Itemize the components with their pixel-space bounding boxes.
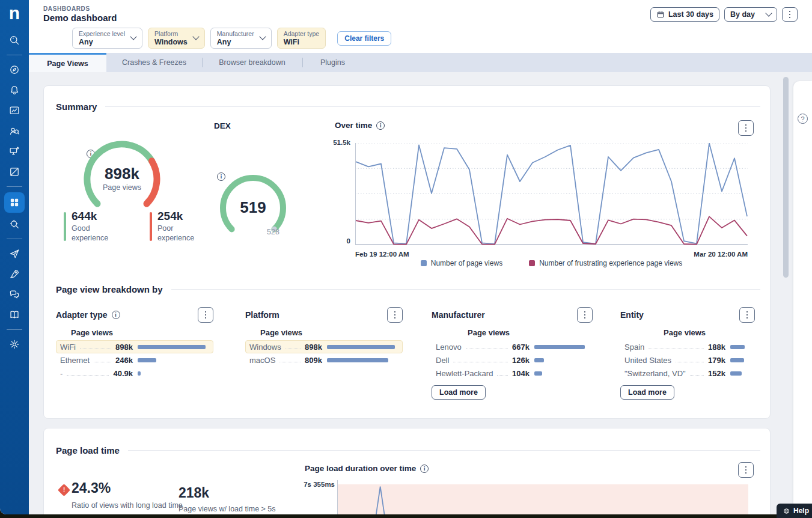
row-label: Lenovo	[436, 343, 462, 352]
value-bar	[138, 345, 206, 349]
kebab-icon	[205, 311, 207, 319]
sidebar-item-remote-actions[interactable]	[4, 245, 25, 263]
breakdown-row[interactable]: -40.9k	[56, 367, 213, 380]
dex-max-label: 528	[267, 228, 279, 236]
load-duration-kebab-button[interactable]	[738, 462, 754, 478]
nexthink-logo[interactable]: n	[0, 0, 29, 30]
overtime-info-icon[interactable]: i	[376, 121, 385, 130]
breakdown-kebab-button[interactable]	[387, 307, 403, 323]
row-label: United States	[624, 356, 671, 365]
chip-label: Platform	[154, 30, 188, 37]
dotted-leader	[285, 349, 301, 349]
tab-page-views[interactable]: Page Views	[29, 53, 106, 72]
load-duration-info-icon[interactable]: i	[420, 465, 429, 473]
chip-value: WiFi	[284, 38, 320, 46]
kebab-icon	[789, 11, 791, 19]
sidebar-item-campaigns[interactable]	[4, 163, 25, 181]
value-bar	[534, 345, 585, 349]
dotted-leader	[94, 362, 111, 362]
load-more-button[interactable]: Load more	[432, 385, 486, 400]
tab-browser-breakdown[interactable]: Browser breakdown	[202, 53, 302, 72]
overtime-title: Over time	[335, 121, 372, 130]
heading-rule	[105, 106, 760, 107]
sidebar-item-investigations[interactable]	[4, 215, 25, 233]
bar-track	[730, 345, 751, 349]
sidebar-item-device-config[interactable]	[4, 142, 25, 160]
tab-plugins[interactable]: Plugins	[302, 53, 363, 72]
chip-label: Manufacturer	[217, 30, 254, 37]
load-more-button[interactable]: Load more	[620, 385, 674, 400]
row-value: 246k	[115, 356, 133, 365]
help-question-icon[interactable]: ?	[798, 114, 808, 124]
value-bar	[730, 371, 742, 376]
breakdown-kebab-button[interactable]	[739, 307, 755, 323]
sidebar-item-automations-rocket[interactable]	[4, 265, 25, 283]
sidebar-item-settings-gear[interactable]	[4, 335, 25, 353]
overtime-kebab-button[interactable]	[738, 120, 754, 136]
kebab-icon	[745, 124, 747, 132]
breakdown-kebab-button[interactable]	[198, 307, 213, 323]
kebab-icon	[746, 311, 748, 319]
breakdown-title: Platform	[245, 310, 279, 320]
sidebar-item-dashboards[interactable]	[4, 192, 25, 213]
sidebar-divider	[7, 55, 22, 55]
breakdown-row[interactable]: macOS809k	[245, 353, 403, 367]
overtime-ymax-tick: 51.5k	[319, 139, 350, 146]
row-value: 179k	[708, 356, 725, 365]
overtime-legend: Number of page viewsNumber of frustratin…	[355, 259, 748, 267]
lifering-icon	[783, 507, 790, 515]
date-range-button[interactable]: Last 30 days	[650, 7, 719, 22]
header-kebab-button[interactable]	[782, 7, 798, 22]
sidebar-divider	[7, 186, 22, 187]
sidebar-item-alerts-bell[interactable]	[4, 81, 25, 99]
alerts-bell-icon	[8, 84, 20, 96]
breakdown-row[interactable]: "Switzerland, VD"152k	[620, 367, 755, 380]
good-experience-item: 644k Good experience	[64, 210, 115, 243]
sidebar-divider	[7, 239, 22, 239]
row-label: "Switzerland, VD"	[624, 369, 686, 378]
sidebar-item-library-book[interactable]	[4, 306, 25, 324]
diagnostics-chart-icon	[8, 105, 20, 117]
legend-swatch	[529, 260, 535, 266]
granularity-select[interactable]: By day	[724, 7, 777, 22]
legend-label: Number of page views	[431, 259, 502, 267]
breakdown-row[interactable]: Windows898k	[245, 340, 403, 353]
pageviews-total: 898k	[77, 166, 167, 182]
sidebar-item-engage-chat[interactable]	[4, 285, 25, 303]
filter-chip-experience-level[interactable]: Experience levelAny	[72, 28, 142, 49]
filter-chip-manufacturer[interactable]: ManufacturerAny	[210, 28, 272, 49]
breakdown-row[interactable]: Lenovo667k	[432, 340, 593, 353]
breakdown-row[interactable]: Dell126k	[432, 353, 593, 367]
breakdown-row[interactable]: United States179k	[620, 353, 755, 367]
dotted-leader	[649, 349, 704, 349]
clear-filters-button[interactable]: Clear filters	[337, 31, 391, 46]
breakdown-info-icon[interactable]: i	[112, 311, 120, 319]
sidebar-item-diagnostics-chart[interactable]	[4, 102, 25, 120]
row-value: 104k	[512, 369, 530, 378]
bar-track	[534, 358, 588, 362]
sidebar-item-workforce-search[interactable]	[4, 122, 25, 140]
load-duration-title: Page load duration over time	[305, 464, 416, 473]
good-legend-bar	[64, 212, 66, 241]
bar-track	[327, 345, 398, 349]
chip-value: Windows	[154, 38, 188, 46]
breakdown-row[interactable]: Spain188k	[620, 340, 755, 353]
calendar-icon	[656, 10, 665, 19]
chip-value: Any	[79, 38, 125, 46]
row-label: Spain	[624, 343, 644, 352]
breakdown-row[interactable]: WiFi898k	[56, 340, 213, 353]
sidebar-item-discover-compass[interactable]	[4, 61, 25, 79]
sidebar-item-ai-search[interactable]	[4, 31, 25, 49]
filter-chip-platform[interactable]: PlatformWindows	[148, 28, 205, 49]
breakdown-kebab-button[interactable]	[577, 307, 593, 323]
overtime-x-right: Mar 20 12:00 AM	[690, 251, 748, 258]
breadcrumb: DASHBOARDS	[43, 5, 90, 12]
tab-crashes-freezes[interactable]: Crashes & Freezes	[106, 53, 202, 72]
views-over-5s: 218k	[179, 485, 209, 501]
scrollbar[interactable]	[783, 77, 789, 278]
filter-chip-adapter-type[interactable]: Adapter typeWiFi	[277, 28, 326, 49]
kebab-icon	[394, 311, 396, 319]
breakdown-row[interactable]: Hewlett-Packard104k	[432, 367, 593, 380]
breakdown-row[interactable]: Ethernet246k	[56, 353, 213, 367]
help-button[interactable]: Help	[777, 504, 812, 518]
